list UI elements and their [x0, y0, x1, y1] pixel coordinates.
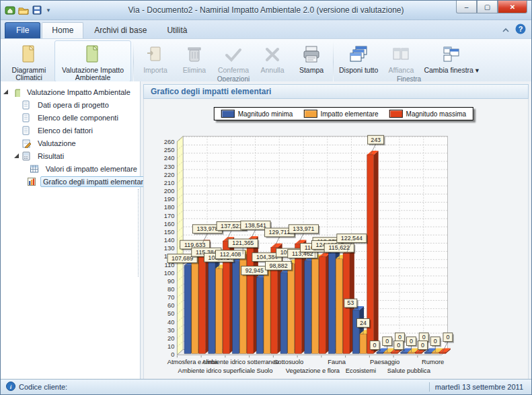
- svg-text:20: 20: [167, 335, 174, 342]
- svg-text:0: 0: [434, 338, 437, 345]
- importa-button: Importa: [136, 40, 175, 75]
- doc-import-icon: [145, 42, 166, 65]
- tree-item-grafico-degli-impatti-elementari[interactable]: Grafico degli impatti elementari: [1, 175, 140, 188]
- svg-text:50: 50: [167, 311, 174, 318]
- svg-text:129,712: 129,712: [269, 229, 291, 236]
- tree-indent: [14, 115, 20, 120]
- tree-item-valori-di-impatto-elementare[interactable]: Valori di impatto elementare: [1, 162, 140, 175]
- tree-item-elenco-delle-componenti[interactable]: Elenco delle componenti: [1, 111, 140, 124]
- value-label: 98,882: [266, 261, 293, 273]
- svg-text:0: 0: [373, 342, 377, 349]
- svg-text:137,521: 137,521: [221, 223, 242, 229]
- svg-text:30: 30: [167, 327, 174, 334]
- application-window: { "window": { "title": "Via - Documento2…: [0, 0, 532, 395]
- tree-item-valutazione[interactable]: Valutazione: [1, 137, 140, 149]
- svg-text:0: 0: [398, 334, 402, 340]
- doc-green-icon: [11, 87, 22, 97]
- ribbon-button-label: Elimina: [183, 67, 206, 74]
- svg-text:250: 250: [164, 147, 175, 153]
- value-label: 92,945: [241, 266, 269, 278]
- window-title: Via - Documento2 - Namirial Impatto Ambi…: [1, 5, 531, 15]
- ribbon-tabstrip: FileHomeArchivi di baseUtilità ?: [1, 20, 531, 39]
- ribbon-button-label: Valutazione Impatto Ambientale: [58, 67, 128, 81]
- svg-text:122,544: 122,544: [341, 235, 363, 242]
- ribbon-button-label: Annulla: [260, 67, 284, 74]
- svg-text:98,882: 98,882: [269, 262, 287, 269]
- cross-icon: [262, 42, 283, 65]
- trash-icon: [184, 42, 205, 65]
- doc-yellow-icon: [18, 42, 40, 65]
- help-icon[interactable]: ?: [515, 24, 526, 37]
- disponi-tutto-button[interactable]: Disponi tutto: [336, 40, 381, 75]
- svg-text:112,408: 112,408: [220, 251, 241, 258]
- svg-text:190: 190: [164, 196, 175, 203]
- tree-item-valutazione-impatto-ambientale[interactable]: Valutazione Impatto Ambientale: [1, 85, 140, 98]
- ribbon-group-separator: [133, 42, 134, 82]
- close-button[interactable]: ✕: [498, 1, 527, 13]
- edit-icon: [22, 139, 32, 148]
- tab-file[interactable]: File: [5, 22, 40, 38]
- svg-text:220: 220: [164, 172, 175, 178]
- legend-swatch: [303, 110, 317, 118]
- tree-item-dati-opera-di-progetto[interactable]: Dati opera di progetto: [1, 98, 140, 111]
- svg-text:24: 24: [360, 320, 367, 326]
- main-panel: Grafico degli impatti elementari Magnitu…: [141, 81, 531, 380]
- minimize-button[interactable]: –: [456, 1, 477, 13]
- svg-text:200: 200: [164, 188, 175, 194]
- affianca-button: Affianca: [381, 40, 420, 75]
- tile-icon: [390, 42, 412, 65]
- tree-indent: [14, 141, 20, 146]
- svg-text:0: 0: [422, 334, 426, 340]
- conferma-button: Conferma: [214, 40, 253, 75]
- maximize-button[interactable]: ▢: [477, 1, 498, 13]
- ribbon-button-label: Disponi tutto: [339, 67, 378, 74]
- legend-item-magnitudo-massima: Magnitudo massima: [389, 110, 466, 118]
- doc-white-icon: [22, 113, 32, 122]
- x-axis-label: Ambiente idrico superficiale: [178, 367, 256, 374]
- stampa-button[interactable]: Stampa: [292, 40, 331, 75]
- value-label: 0: [394, 341, 405, 353]
- minimize-ribbon-icon[interactable]: [502, 24, 510, 36]
- svg-text:180: 180: [164, 204, 175, 211]
- x-axis-label: Ambiente idrico sotterraneo: [202, 359, 279, 365]
- svg-text:90: 90: [167, 278, 174, 285]
- ribbon-button-label: Diagrammi Climatici: [7, 67, 51, 81]
- ribbon-button-label: Cambia finestra ▾: [424, 67, 479, 74]
- cambia-finestra-button[interactable]: Cambia finestra ▾: [420, 40, 482, 75]
- x-axis-label: Ecosistemi: [346, 367, 376, 374]
- tab-archivi-di-base[interactable]: Archivi di base: [85, 23, 156, 38]
- valutazione-impatto-ambientale-button[interactable]: Valutazione Impatto Ambientale: [54, 40, 131, 82]
- svg-text:260: 260: [164, 139, 175, 145]
- svg-text:121,365: 121,365: [232, 240, 254, 246]
- tab-utilit[interactable]: Utilità: [157, 23, 196, 38]
- expander-icon[interactable]: [14, 153, 20, 159]
- tree-item-label: Elenco delle componenti: [35, 112, 121, 123]
- check-icon: [223, 42, 244, 65]
- panel-splitter[interactable]: [138, 189, 141, 277]
- svg-text:140: 140: [164, 237, 175, 244]
- tree-item-label: Valori di impatto elementare: [43, 164, 140, 174]
- legend-label: Impatto elementare: [320, 110, 378, 118]
- svg-text:104,384: 104,384: [256, 254, 278, 260]
- tree-item-risultati[interactable]: Risultati: [1, 149, 140, 162]
- chart-region: Magnitudo minimaImpatto elementareMagnit…: [143, 99, 529, 380]
- tab-home[interactable]: Home: [42, 22, 83, 38]
- quickaccess-caret-icon[interactable]: ▼: [46, 7, 51, 13]
- legend-label: Magnitudo massima: [406, 110, 466, 118]
- svg-text:133,971: 133,971: [293, 225, 314, 232]
- ribbon-button-label: Stampa: [299, 67, 324, 74]
- x-axis-label: Fauna: [328, 359, 346, 365]
- tree-item-label: Elenco dei fattori: [35, 125, 96, 136]
- open-folder-icon[interactable]: [18, 5, 29, 15]
- expander-icon[interactable]: [3, 89, 9, 95]
- tree-item-elenco-dei-fattori[interactable]: Elenco dei fattori: [1, 124, 140, 137]
- doc-white-icon: [22, 100, 32, 110]
- chart-legend: Magnitudo minimaImpatto elementareMagnit…: [214, 107, 473, 120]
- tree-indent: [25, 166, 28, 172]
- svg-text:115,622: 115,622: [329, 244, 350, 251]
- tree-indent: [14, 102, 20, 108]
- app-icon[interactable]: [5, 5, 15, 15]
- svg-text:?: ?: [519, 25, 523, 33]
- save-icon[interactable]: [32, 5, 42, 15]
- diagrammi-climatici-button[interactable]: Diagrammi Climatici: [3, 40, 54, 82]
